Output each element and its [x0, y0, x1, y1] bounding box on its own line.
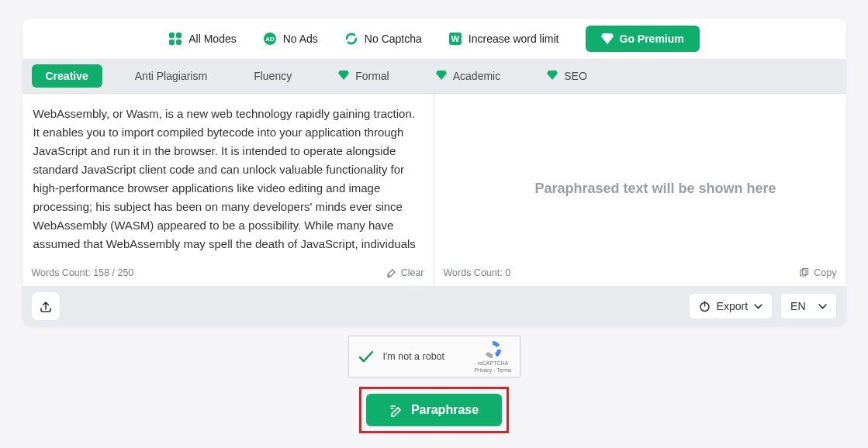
chevron-down-icon: [754, 304, 763, 309]
upload-icon: [39, 299, 53, 313]
grid-icon: [168, 32, 182, 46]
input-textarea[interactable]: WebAssembly, or Wasm, is a new web techn…: [22, 94, 434, 263]
mode-bar: Creative Anti Plagiarism Fluency Formal …: [22, 59, 846, 93]
feature-no-ads[interactable]: AD No Ads: [263, 32, 318, 46]
export-label: Export: [717, 300, 748, 312]
input-pane: WebAssembly, or Wasm, is a new web techn…: [22, 94, 434, 286]
feature-no-captcha[interactable]: No Captcha: [344, 32, 422, 46]
copy-icon: [799, 268, 809, 278]
upload-button[interactable]: [32, 292, 60, 320]
mode-seo[interactable]: SEO: [533, 64, 601, 88]
feature-all-modes[interactable]: All Modes: [168, 32, 236, 46]
copy-button[interactable]: Copy: [799, 267, 836, 278]
copy-label: Copy: [814, 267, 836, 278]
recaptcha-logo: reCAPTCHA Privacy - Terms: [474, 339, 511, 374]
diamond-icon: [547, 71, 558, 81]
feature-label: No Ads: [283, 33, 318, 45]
export-button[interactable]: Export: [689, 293, 773, 319]
power-icon: [699, 301, 711, 312]
paraphraser-app: All Modes AD No Ads No Captcha W Increas…: [22, 19, 846, 326]
cta-highlight-frame: Paraphrase: [359, 387, 509, 433]
mode-label: Formal: [355, 70, 389, 82]
clear-label: Clear: [401, 267, 424, 278]
paraphrase-label: Paraphrase: [411, 403, 479, 417]
output-word-count: Words Count: 0: [444, 267, 511, 278]
go-premium-button[interactable]: Go Premium: [586, 26, 700, 52]
eraser-icon: [386, 267, 396, 278]
recaptcha-widget[interactable]: I'm not a robot reCAPTCHA Privacy - Term…: [348, 336, 520, 377]
cta-wrap: Paraphrase: [0, 387, 868, 433]
feature-label: No Captcha: [365, 33, 422, 45]
recaptcha-legal: Privacy - Terms: [474, 367, 511, 374]
mode-label: Creative: [46, 70, 88, 82]
svg-rect-1: [176, 33, 182, 38]
footer-bar: Export EN: [22, 286, 846, 326]
svg-text:W: W: [451, 34, 460, 43]
mode-creative[interactable]: Creative: [32, 64, 102, 88]
svg-rect-0: [169, 33, 175, 38]
feature-word-limit[interactable]: W Increase word limit: [448, 32, 559, 46]
mode-label: SEO: [564, 70, 587, 82]
word-limit-icon: W: [448, 32, 462, 46]
recaptcha-brand: reCAPTCHA: [474, 360, 511, 367]
input-footer: Words Count: 158 / 250 Clear: [22, 263, 434, 286]
right-controls: Export EN: [689, 293, 837, 319]
output-footer: Words Count: 0 Copy: [434, 263, 846, 286]
mode-anti-plagiarism[interactable]: Anti Plagiarism: [121, 64, 221, 88]
paraphrase-button[interactable]: Paraphrase: [366, 394, 502, 426]
diamond-icon: [338, 71, 349, 81]
svg-rect-3: [176, 40, 182, 45]
lang-label: EN: [790, 300, 805, 312]
no-ads-icon: AD: [263, 32, 277, 46]
checkmark-icon: [357, 348, 374, 365]
rewrite-icon: [389, 403, 403, 417]
mode-formal[interactable]: Formal: [324, 64, 403, 88]
diamond-icon: [601, 33, 614, 44]
clear-button[interactable]: Clear: [386, 267, 424, 278]
feature-label: Increase word limit: [469, 33, 559, 45]
feature-label: All Modes: [188, 33, 236, 45]
mode-label: Academic: [453, 70, 500, 82]
captcha-wrap: I'm not a robot reCAPTCHA Privacy - Term…: [0, 336, 868, 377]
language-select[interactable]: EN: [780, 293, 836, 319]
svg-rect-2: [169, 40, 175, 45]
top-feature-bar: All Modes AD No Ads No Captcha W Increas…: [22, 19, 846, 59]
output-pane: Paraphrased text will be shown here Word…: [434, 94, 846, 286]
chevron-down-icon: [818, 304, 827, 309]
mode-label: Fluency: [254, 70, 292, 82]
diamond-icon: [436, 71, 447, 81]
editor-panes: WebAssembly, or Wasm, is a new web techn…: [22, 93, 846, 286]
premium-label: Go Premium: [620, 33, 684, 45]
mode-academic[interactable]: Academic: [422, 64, 514, 88]
refresh-icon: [344, 32, 358, 46]
mode-fluency[interactable]: Fluency: [240, 64, 306, 88]
output-placeholder: Paraphrased text will be shown here: [434, 94, 846, 263]
input-word-count: Words Count: 158 / 250: [32, 267, 134, 278]
captcha-label: I'm not a robot: [383, 351, 465, 362]
mode-label: Anti Plagiarism: [135, 70, 207, 82]
svg-text:AD: AD: [265, 36, 275, 43]
